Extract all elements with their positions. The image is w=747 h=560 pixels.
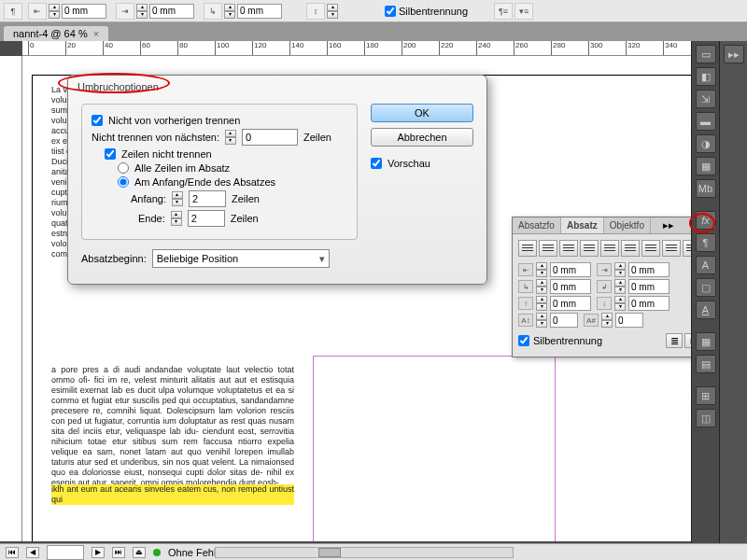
panel-collapse-icon[interactable]: ▸▸ (658, 217, 679, 233)
hyphenation-checkbox[interactable] (385, 6, 396, 17)
p-last-line-spinner[interactable]: ▴▾ (614, 279, 626, 294)
para-start-value: Beliebige Position (157, 253, 238, 264)
p-dropcap-chars-icon: A# (584, 314, 599, 327)
p-last-line-input[interactable] (628, 279, 669, 294)
paragraph-options-toolbar: ¶ ⇤ ▴▾ ⇥ ▴▾ ↳ ▴▾ ↕ ▴▾ Silbentrennung ¶≡ … (0, 0, 747, 22)
indent-left-spinner[interactable]: ▴▾ (49, 4, 60, 19)
tab-objektformate[interactable]: Objektfo (604, 217, 651, 233)
prev-page-button[interactable]: ◀ (26, 547, 39, 558)
dock-collapse-icon[interactable]: ▸▸ (724, 45, 744, 63)
p-space-after-input[interactable] (628, 296, 669, 311)
p-hyphenation-checkbox[interactable] (518, 335, 529, 346)
scrollbar-thumb[interactable] (318, 548, 341, 557)
dock-character-icon[interactable]: A (696, 256, 716, 274)
p-first-line-input[interactable] (550, 279, 591, 294)
start-spinner[interactable]: ▴▾ (172, 191, 183, 206)
keep-with-prev-label: Nicht von vorherigen trennen (108, 115, 240, 126)
end-spinner[interactable]: ▴▾ (171, 211, 182, 226)
tab-title: nannt-4 @ 64 % (13, 28, 88, 39)
dock-links-icon[interactable]: ⇲ (696, 90, 716, 108)
dock-pathfinder-icon[interactable]: ◫ (696, 409, 716, 427)
horizontal-scrollbar[interactable] (215, 547, 514, 558)
dock-swatches-icon[interactable]: ▦ (696, 157, 716, 175)
first-line-icon: ↳ (204, 3, 222, 20)
p-dropcap-lines-input[interactable] (550, 313, 578, 328)
tab-close-icon[interactable]: × (93, 28, 99, 39)
keep-lines-checkbox[interactable] (105, 148, 116, 160)
dock-stroke-icon[interactable]: ▬ (696, 112, 716, 131)
p-first-line-spinner[interactable]: ▴▾ (536, 279, 547, 294)
next-page-button[interactable]: ▶ (92, 547, 105, 558)
p-dropcap-lines-spinner[interactable]: ▴▾ (536, 313, 547, 328)
indent-left-input[interactable] (62, 4, 106, 19)
dock-objectstyles-icon[interactable]: ▢ (696, 278, 716, 297)
baseline-grid-on-button[interactable]: ≣ (666, 333, 683, 348)
dock-align-icon[interactable]: ⊞ (696, 386, 716, 405)
dock-color-icon[interactable]: ◑ (696, 134, 716, 153)
empty-text-frame[interactable] (313, 356, 556, 541)
right-dock-inner: ▭ ◧ ⇲ ▬ ◑ ▦ Mb fx ¶ A ▢ A ▦ ▤ ⊞ ◫ (691, 41, 719, 543)
ok-button[interactable]: OK (371, 104, 473, 122)
indent-right-input[interactable] (149, 4, 194, 19)
dock-character2-icon[interactable]: A (696, 301, 716, 319)
dock-minibridge-icon[interactable]: Mb (696, 179, 716, 198)
page-number-input[interactable] (47, 545, 84, 560)
p-indent-right-input[interactable] (628, 262, 669, 277)
first-line-spinner[interactable]: ▴▾ (224, 4, 235, 19)
open-nav-button[interactable]: ⏏ (133, 547, 146, 558)
highlighted-line: iklh ant eum aut acearis sinveles eatem … (51, 484, 294, 505)
align-right-button[interactable] (559, 240, 578, 257)
indent-right-spinner[interactable]: ▴▾ (136, 4, 148, 19)
dock-table-icon[interactable]: ▦ (696, 332, 716, 351)
tab-absatzformate[interactable]: Absatzfo (513, 217, 561, 233)
all-lines-radio[interactable] (118, 162, 129, 174)
start-input[interactable] (189, 190, 226, 207)
start-unit: Zeilen (232, 193, 260, 204)
indent-right-icon: ⇥ (116, 3, 134, 20)
first-page-button[interactable]: ⏮ (6, 547, 19, 558)
vertical-ruler[interactable] (0, 56, 22, 541)
p-indent-left-spinner[interactable]: ▴▾ (536, 262, 547, 277)
dock-paragraph-icon[interactable]: ¶ (696, 233, 716, 252)
horizontal-ruler[interactable]: 0204060801001201401601802002202402602803… (22, 41, 747, 56)
paragraph-panel-icon[interactable]: ¶≡ (494, 3, 513, 20)
p-dropcap-chars-spinner[interactable]: ▴▾ (601, 313, 613, 328)
dock-layers-icon[interactable]: ◧ (696, 67, 716, 86)
align-center-button[interactable] (539, 240, 557, 257)
first-line-input[interactable] (237, 4, 282, 19)
justify-right-button[interactable] (621, 240, 640, 257)
p-space-after-spinner[interactable]: ▴▾ (614, 296, 626, 311)
p-space-before-spinner[interactable]: ▴▾ (536, 296, 547, 311)
indent-icon: ⇤ (28, 3, 47, 20)
space-before-spinner[interactable]: ▴▾ (327, 4, 338, 19)
align-spine-button[interactable] (662, 240, 681, 257)
panel-menu-icon[interactable]: ▾≡ (514, 3, 533, 20)
start-end-radio[interactable] (118, 176, 129, 188)
p-dropcap-chars-input[interactable] (615, 313, 643, 328)
dialog-title: Umbruchoptionen (68, 76, 486, 98)
p-indent-right-spinner[interactable]: ▴▾ (614, 262, 626, 277)
tab-absatz[interactable]: Absatz (561, 217, 604, 233)
last-page-button[interactable]: ⏭ (112, 547, 125, 558)
justify-left-button[interactable] (580, 240, 599, 257)
keep-with-prev-checkbox[interactable] (92, 115, 103, 126)
p-indent-left-icon: ⇤ (518, 263, 533, 276)
keep-next-spinner[interactable]: ▴▾ (225, 130, 236, 145)
keep-lines-label: Zeilen nicht trennen (121, 148, 212, 160)
p-space-before-input[interactable] (550, 296, 591, 311)
cancel-button[interactable]: Abbrechen (371, 128, 473, 147)
dock-tablestyles-icon[interactable]: ▤ (696, 355, 716, 373)
align-left-button[interactable] (518, 240, 537, 257)
justify-all-button[interactable] (641, 240, 660, 257)
preview-checkbox[interactable] (371, 158, 382, 169)
justify-center-button[interactable] (600, 240, 619, 257)
p-indent-left-input[interactable] (550, 262, 591, 277)
indent-left-icon: ¶ (4, 3, 22, 20)
para-start-combo[interactable]: Beliebige Position (152, 249, 330, 268)
dock-pages-icon[interactable]: ▭ (696, 45, 716, 63)
dock-fx-icon[interactable]: fx (696, 211, 716, 230)
document-tab[interactable]: nannt-4 @ 64 % × (4, 26, 108, 41)
keep-next-input[interactable] (242, 129, 298, 146)
end-input[interactable] (188, 210, 225, 227)
body-text-col1-bottom: a pore pres a di audi andandae voluptate… (51, 365, 294, 488)
